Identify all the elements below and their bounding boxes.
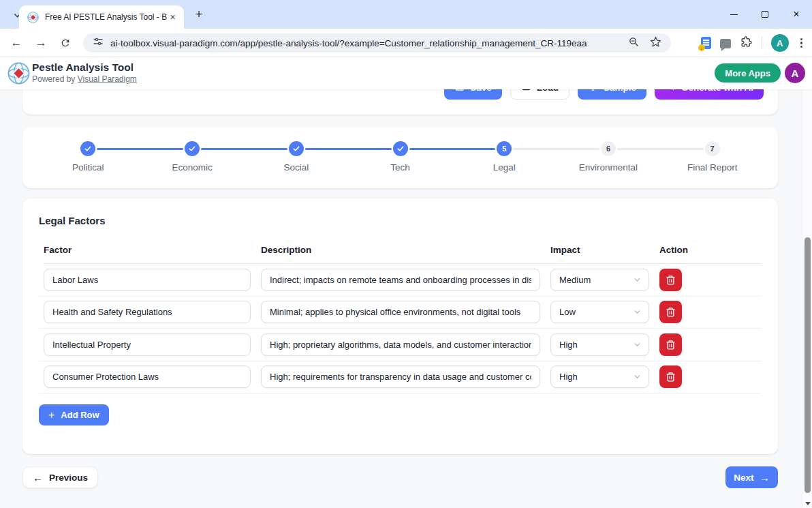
- scrollbar-down-arrow-icon[interactable]: [805, 502, 811, 505]
- table-row: Low: [39, 297, 762, 329]
- step-political[interactable]: Political: [36, 141, 140, 173]
- load-button[interactable]: Load: [510, 89, 569, 100]
- legal-factors-card: Legal Factors Factor Description Impact …: [22, 198, 778, 454]
- save-button[interactable]: Save: [444, 89, 502, 100]
- upload-icon: [521, 89, 531, 93]
- impact-select[interactable]: Low: [550, 301, 649, 323]
- reload-button[interactable]: [56, 33, 75, 53]
- chevron-down-icon: [633, 275, 642, 284]
- trash-icon: [666, 372, 676, 382]
- generate-with-ai-button[interactable]: Generate with AI: [655, 89, 764, 100]
- impact-select[interactable]: High: [550, 365, 649, 388]
- factor-input[interactable]: [44, 269, 251, 291]
- step-check-icon: [289, 141, 304, 156]
- sparkles-icon: [665, 89, 676, 94]
- page-content: Save Load Sample Generate with AI Politi…: [0, 89, 802, 508]
- toolbar-extensions-area: ↓ A: [701, 33, 805, 53]
- app-user-avatar[interactable]: A: [785, 63, 805, 83]
- factor-input[interactable]: [44, 301, 251, 323]
- comment-flag-icon[interactable]: [720, 39, 731, 48]
- column-header-action: Action: [659, 245, 762, 263]
- step-label: Social: [283, 162, 309, 173]
- lightbulb-icon: [588, 89, 598, 93]
- factor-input[interactable]: [44, 333, 251, 356]
- arrow-left-icon: ←: [33, 472, 43, 483]
- factor-input[interactable]: [44, 365, 251, 388]
- download-badge-icon: ↓: [698, 44, 705, 51]
- tab-close-icon[interactable]: ×: [167, 12, 178, 23]
- step-check-icon: [185, 141, 200, 156]
- extensions-puzzle-icon[interactable]: [740, 35, 753, 51]
- step-environmental[interactable]: 6 Environmental: [557, 141, 661, 173]
- add-row-button[interactable]: + Add Row: [39, 404, 109, 425]
- table-row: High: [39, 329, 762, 361]
- step-social[interactable]: Social: [244, 141, 348, 173]
- bookmark-star-icon[interactable]: [650, 36, 661, 50]
- more-apps-button[interactable]: More Apps: [715, 63, 781, 83]
- trash-icon: [666, 275, 676, 285]
- browser-window: Free AI PESTLE Analysis Tool - B × + × ←…: [0, 0, 812, 508]
- delete-row-button[interactable]: [659, 301, 682, 323]
- forward-button[interactable]: →: [31, 33, 50, 53]
- new-tab-button[interactable]: +: [192, 8, 206, 21]
- delete-row-button[interactable]: [659, 333, 682, 356]
- window-close-button[interactable]: ×: [781, 0, 812, 29]
- url-text[interactable]: ai-toolbox.visual-paradigm.com/app/pestl…: [110, 38, 623, 48]
- back-button[interactable]: ←: [7, 33, 26, 53]
- site-settings-icon[interactable]: [93, 36, 104, 50]
- toolbar-actions-card: Save Load Sample Generate with AI: [22, 89, 778, 115]
- step-tech[interactable]: Tech: [348, 141, 452, 173]
- browser-toolbar: ← → ai-toolbox.visual-paradigm.com/app/p…: [0, 29, 812, 57]
- next-button[interactable]: Next →: [725, 466, 778, 488]
- close-icon: ×: [793, 9, 799, 20]
- description-input[interactable]: [261, 301, 540, 323]
- delete-row-button[interactable]: [659, 269, 682, 291]
- step-economic[interactable]: Economic: [140, 141, 245, 173]
- window-minimize-button[interactable]: [718, 0, 749, 29]
- sample-button[interactable]: Sample: [578, 89, 646, 100]
- column-header-description: Description: [261, 245, 550, 263]
- window-controls: ×: [718, 0, 812, 29]
- step-label: Tech: [390, 162, 410, 173]
- impact-select[interactable]: High: [550, 333, 649, 356]
- description-input[interactable]: [261, 269, 540, 291]
- table-header: Factor Description Impact Action: [39, 245, 762, 263]
- previous-button[interactable]: ← Previous: [22, 466, 98, 488]
- toolbar-divider: [762, 37, 762, 49]
- powered-by: Powered by Visual Paradigm: [32, 74, 137, 84]
- address-bar[interactable]: ai-toolbox.visual-paradigm.com/app/pestl…: [83, 33, 671, 53]
- window-maximize-button[interactable]: [749, 0, 781, 29]
- step-label: Final Report: [687, 162, 738, 173]
- visual-paradigm-link[interactable]: Visual Paradigm: [78, 74, 137, 84]
- save-icon: [454, 89, 465, 93]
- table-row: High: [39, 361, 762, 394]
- step-number: 7: [705, 141, 720, 156]
- step-number: 5: [497, 141, 512, 156]
- delete-row-button[interactable]: [659, 365, 682, 388]
- browser-menu-icon[interactable]: [798, 38, 805, 48]
- step-label: Political: [72, 162, 104, 173]
- description-input[interactable]: [261, 333, 540, 356]
- trash-icon: [666, 340, 676, 350]
- page-scrollbar[interactable]: [802, 57, 812, 508]
- reading-list-icon[interactable]: ↓: [701, 37, 711, 49]
- step-legal[interactable]: 5 Legal: [452, 141, 557, 173]
- step-label: Environmental: [579, 162, 638, 173]
- section-title: Legal Factors: [39, 215, 762, 226]
- step-final-report[interactable]: 7 Final Report: [660, 141, 764, 173]
- plus-icon: +: [48, 409, 54, 421]
- arrow-right-icon: →: [760, 472, 770, 483]
- column-header-impact: Impact: [550, 245, 659, 263]
- app-logo: [7, 62, 30, 85]
- description-input[interactable]: [261, 365, 540, 388]
- app-title: Pestle Analysis Tool: [32, 61, 134, 74]
- browser-tab[interactable]: Free AI PESTLE Analysis Tool - B ×: [19, 5, 184, 29]
- scrollbar-thumb[interactable]: [805, 237, 811, 493]
- zoom-out-icon[interactable]: [628, 36, 640, 50]
- stepper-card: Political Economic Social Tech 5 Legal 6…: [22, 127, 778, 188]
- tab-title: Free AI PESTLE Analysis Tool - B: [45, 12, 167, 22]
- step-check-icon: [80, 141, 95, 156]
- browser-profile-avatar[interactable]: A: [771, 34, 789, 52]
- impact-select[interactable]: Medium: [550, 269, 649, 291]
- site-favicon: [27, 12, 39, 23]
